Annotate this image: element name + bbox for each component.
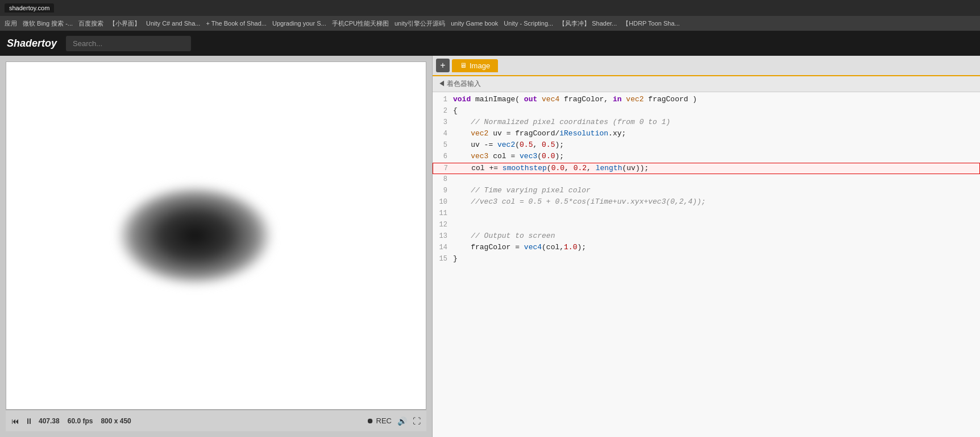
line-num-3: 3: [433, 118, 453, 126]
code-editor[interactable]: 1 void mainImage( out vec4 fragColor, in…: [433, 92, 980, 437]
preview-panel: ⏮ ⏸ 407.38 60.0 fps 800 x 450 ⏺ REC 🔊 ⛶: [0, 56, 432, 437]
skip-back-button[interactable]: ⏮: [11, 417, 19, 426]
line-content-14: fragColor = vec4(col,1.0);: [453, 243, 980, 252]
main-layout: ⏮ ⏸ 407.38 60.0 fps 800 x 450 ⏺ REC 🔊 ⛶ …: [0, 56, 980, 437]
bookmark-shader-li[interactable]: 【风李冲】 Shader...: [559, 19, 617, 28]
browser-bar: shadertoy.com: [0, 0, 980, 16]
editor-tabs: + 🖥 Image: [433, 56, 980, 76]
line-num-1: 1: [433, 95, 453, 104]
line-content-1: void mainImage( out vec4 fragColor, in v…: [453, 95, 980, 104]
preview-time: 407.38: [39, 417, 60, 425]
code-line-5: 5 uv -= vec2(0.5, 0.5);: [433, 140, 980, 151]
line-num-5: 5: [433, 141, 453, 149]
bookmark-unity-script[interactable]: Unity - Scripting...: [504, 20, 553, 27]
line-num-15: 15: [433, 254, 453, 263]
code-line-8: 8: [433, 174, 980, 185]
app-logo: Shadertoy: [7, 38, 57, 50]
monitor-icon: 🖥: [460, 61, 467, 69]
line-content-7: col += smoothstep(0.0, 0.2, length(uv));: [454, 164, 979, 172]
line-content-2: {: [453, 106, 980, 115]
line-num-11: 11: [433, 209, 453, 217]
code-line-6: 6 vec3 col = vec3(0.0);: [433, 151, 980, 163]
code-line-12: 12: [433, 220, 980, 231]
line-content-10: //vec3 col = 0.5 + 0.5*cos(iTime+uv.xyx+…: [453, 197, 980, 206]
code-line-2: 2 {: [433, 106, 980, 117]
bookmark-bing[interactable]: 微软 Bing 搜索 -...: [23, 19, 73, 28]
fullscreen-button[interactable]: ⛶: [413, 417, 421, 426]
code-line-3: 3 // Normalized pixel coordinates (from …: [433, 117, 980, 129]
line-content-8: [453, 175, 980, 183]
line-num-4: 4: [433, 129, 453, 138]
line-content-12: [453, 220, 980, 229]
code-line-7: 7 col += smoothstep(0.0, 0.2, length(uv)…: [433, 163, 980, 174]
line-num-10: 10: [433, 197, 453, 206]
code-line-15: 15 }: [433, 254, 980, 265]
bookmark-xiaojm[interactable]: 【小界面】: [109, 19, 140, 28]
preview-controls: ⏮ ⏸ 407.38 60.0 fps 800 x 450 ⏺ REC 🔊 ⛶: [6, 410, 426, 431]
line-content-13: // Output to screen: [453, 232, 980, 240]
line-content-15: }: [453, 254, 980, 263]
line-num-12: 12: [433, 220, 453, 229]
bookmark-cpu[interactable]: 手机CPU性能天梯图: [332, 19, 389, 28]
bookmark-unity-game[interactable]: unity Game book: [451, 20, 498, 27]
code-line-9: 9 // Time varying pixel color: [433, 185, 980, 197]
code-line-4: 4 vec2 uv = fragCoord/iResolution.xy;: [433, 129, 980, 140]
code-line-10: 10 //vec3 col = 0.5 + 0.5*cos(iTime+uv.x…: [433, 197, 980, 208]
code-line-13: 13 // Output to screen: [433, 231, 980, 242]
preview-info: 407.38 60.0 fps 800 x 450: [39, 417, 131, 425]
line-num-9: 9: [433, 186, 453, 195]
line-num-14: 14: [433, 243, 453, 252]
preview-controls-right: ⏺ REC 🔊 ⛶: [367, 417, 421, 426]
line-num-6: 6: [433, 152, 453, 160]
line-content-11: [453, 209, 980, 217]
bookmark-unity-src[interactable]: unity引擎公开源码: [395, 19, 445, 28]
preview-canvas: [6, 61, 426, 410]
bookmark-book-shad[interactable]: + The Book of Shad...: [206, 20, 267, 27]
bookmark-bar: 应用 微软 Bing 搜索 -... 百度搜索 【小界面】 Unity C# a…: [0, 16, 980, 31]
bookmark-unity-cs[interactable]: Unity C# and Sha...: [146, 20, 200, 27]
code-line-1: 1 void mainImage( out vec4 fragColor, in…: [433, 94, 980, 106]
line-content-6: vec3 col = vec3(0.0);: [453, 152, 980, 160]
search-input[interactable]: [66, 36, 191, 51]
preview-resolution: 800 x 450: [101, 417, 131, 425]
bookmark-apply[interactable]: 应用: [5, 19, 17, 28]
image-tab[interactable]: 🖥 Image: [452, 59, 498, 72]
line-content-5: uv -= vec2(0.5, 0.5);: [453, 141, 980, 149]
pause-button[interactable]: ⏸: [25, 417, 33, 426]
preview-fps: 60.0 fps: [68, 417, 93, 425]
bookmark-baidu[interactable]: 百度搜索: [78, 19, 103, 28]
volume-button[interactable]: 🔊: [397, 417, 407, 426]
add-tab-button[interactable]: +: [436, 59, 450, 72]
line-num-8: 8: [433, 175, 453, 183]
section-header: ◀ 着色器输入: [433, 76, 980, 92]
bookmark-hdrp[interactable]: 【HDRP Toon Sha...: [622, 19, 679, 28]
app-header: Shadertoy: [0, 31, 980, 56]
bookmark-upgrade[interactable]: Upgrading your S...: [272, 20, 326, 27]
line-content-3: // Normalized pixel coordinates (from 0 …: [453, 118, 980, 126]
record-button[interactable]: ⏺ REC: [367, 417, 392, 425]
code-line-14: 14 fragColor = vec4(col,1.0);: [433, 242, 980, 254]
line-content-4: vec2 uv = fragCoord/iResolution.xy;: [453, 129, 980, 138]
line-num-7: 7: [433, 164, 454, 172]
section-label: ◀ 着色器输入: [438, 79, 481, 89]
line-num-13: 13: [433, 232, 453, 240]
code-line-11: 11: [433, 208, 980, 220]
editor-panel: + 🖥 Image ◀ 着色器输入 1 void mainImage( out …: [432, 56, 980, 437]
line-num-2: 2: [433, 106, 453, 115]
image-tab-label: Image: [470, 61, 490, 70]
shader-blob: [115, 184, 275, 287]
line-content-9: // Time varying pixel color: [453, 186, 980, 195]
browser-tab-active[interactable]: shadertoy.com: [5, 3, 54, 13]
